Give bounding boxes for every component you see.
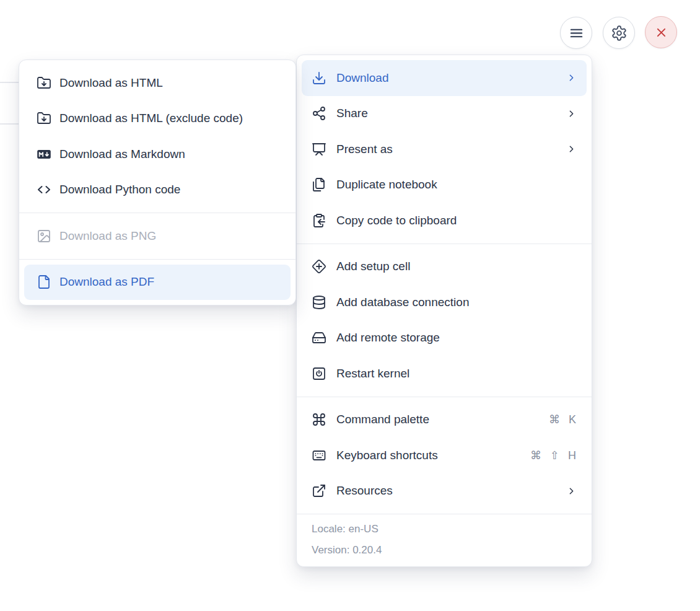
menu-item-label: Duplicate notebook [336,178,577,191]
menu-item-label: Copy code to clipboard [336,214,577,227]
menu-item-label: Present as [336,143,556,156]
file-icon [37,275,51,289]
menu-item-label: Restart kernel [336,367,577,380]
menu-item-command-palette[interactable]: Command palette⌘ K [302,402,587,438]
diamond-plus-icon [312,259,326,274]
power-icon [312,366,326,381]
menu-item-download-as-html-exclude-code[interactable]: Download as HTML (exclude code) [24,101,291,137]
duplicate-icon [312,177,326,192]
menu-item-download-as-html[interactable]: Download as HTML [24,65,291,101]
download-submenu: Download as HTMLDownload as HTML (exclud… [19,59,296,306]
menu-item-label: Download as PDF [59,275,282,289]
menu-item-label: Download as HTML (exclude code) [59,112,282,125]
download-icon [312,71,326,86]
chevron-right-icon [566,73,577,83]
hard-drive-icon [312,330,326,345]
shortcut-hint: ⌘ ⇧ H [530,449,577,462]
menu-item-resources[interactable]: Resources [302,473,587,509]
command-icon [312,412,326,427]
menu-item-duplicate-notebook[interactable]: Duplicate notebook [302,167,587,203]
menu-item-download-as-pdf[interactable]: Download as PDF [24,265,291,301]
menu-footer: Locale: en-US Version: 0.20.4 [297,514,592,566]
folder-download-icon [37,76,51,90]
shortcut-hint: ⌘ K [549,413,577,426]
keyboard-icon [312,448,326,463]
menu-item-label: Add setup cell [336,260,577,273]
chevron-right-icon [566,108,577,119]
menu-item-add-setup-cell[interactable]: Add setup cell [302,249,587,285]
menu-section: Add setup cellAdd database connectionAdd… [297,244,592,397]
menu-item-label: Download as HTML [59,76,282,90]
menu-item-label: Command palette [336,413,539,426]
menu-section: Download as PNG [19,213,295,259]
background-divider [0,123,19,125]
menu-item-present-as[interactable]: Present as [302,131,587,167]
chevron-right-icon [566,486,577,496]
locale-text: Locale: en-US [312,519,577,540]
menu-item-download-as-png: Download as PNG [24,218,291,254]
image-icon [37,229,51,244]
version-text: Version: 0.20.4 [312,540,577,561]
menu-item-download-python-code[interactable]: Download Python code [24,172,291,208]
close-button[interactable] [645,16,677,48]
menu-item-add-database-connection[interactable]: Add database connection [302,284,587,320]
menu-item-download[interactable]: Download [302,60,587,96]
menu-item-restart-kernel[interactable]: Restart kernel [302,356,587,392]
close-icon [653,24,670,41]
menu-section: Download as HTMLDownload as HTML (exclud… [19,60,295,213]
share-icon [312,106,326,121]
folder-download-icon [37,111,51,126]
menu-item-share[interactable]: Share [302,96,587,132]
menu-item-copy-code-to-clipboard[interactable]: Copy code to clipboard [302,203,587,239]
markdown-download-icon [37,147,51,162]
menu-item-label: Add database connection [336,296,577,309]
chevron-right-icon [566,144,577,154]
background-divider [0,82,19,83]
external-link-icon [312,483,326,498]
menu-item-label: Download Python code [59,183,282,196]
database-icon [312,295,326,310]
notebook-actions-menu: DownloadSharePresent asDuplicate noteboo… [296,55,592,567]
menu-item-label: Keyboard shortcuts [336,449,520,462]
menu-item-label: Download [336,71,556,85]
menu-section: DownloadSharePresent asDuplicate noteboo… [297,55,592,244]
code-icon [37,182,51,197]
menu-button[interactable] [560,17,592,49]
menu-section: Download as PDF [19,259,295,306]
menu-item-label: Download as PNG [59,229,282,243]
menu-item-add-remote-storage[interactable]: Add remote storage [302,320,587,356]
menu-item-label: Share [336,107,556,120]
menu-item-label: Download as Markdown [59,147,282,161]
clipboard-copy-icon [312,213,326,228]
settings-button[interactable] [603,17,635,49]
menu-item-keyboard-shortcuts[interactable]: Keyboard shortcuts⌘ ⇧ H [302,437,587,473]
settings-gear-icon [611,25,628,42]
menu-item-label: Resources [336,484,556,498]
menu-icon [568,25,585,42]
presentation-icon [312,142,326,157]
menu-section: Command palette⌘ KKeyboard shortcuts⌘ ⇧ … [297,397,592,514]
menu-item-download-as-markdown[interactable]: Download as Markdown [24,136,291,172]
menu-item-label: Add remote storage [336,331,577,345]
